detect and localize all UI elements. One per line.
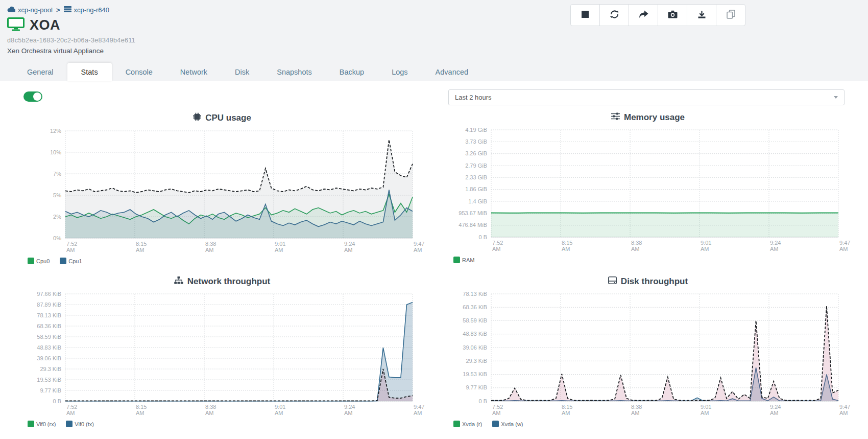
tab-logs[interactable]: Logs bbox=[378, 63, 421, 81]
network-throughput-chart: Network throughput 0 B9.77 KiB19.53 KiB2… bbox=[23, 272, 421, 428]
legend-item: Vif0 (rx) bbox=[28, 421, 56, 427]
svg-text:AM: AM bbox=[770, 410, 779, 416]
tab-network[interactable]: Network bbox=[166, 63, 221, 81]
svg-text:476.84 MiB: 476.84 MiB bbox=[459, 222, 487, 228]
svg-text:97.66 KiB: 97.66 KiB bbox=[37, 291, 61, 297]
legend-label: Xvda (w) bbox=[501, 421, 523, 427]
svg-text:7:52: 7:52 bbox=[66, 241, 77, 247]
vm-uuid: d8c5b2ea-1683-20c2-b06a-3e8349b4e611 bbox=[7, 37, 861, 44]
svg-text:AM: AM bbox=[492, 410, 501, 416]
stats-controls: Last 2 hours bbox=[23, 89, 845, 105]
svg-text:58.59 KiB: 58.59 KiB bbox=[463, 317, 487, 324]
svg-text:AM: AM bbox=[205, 247, 214, 253]
svg-text:AM: AM bbox=[492, 246, 501, 252]
toggle-knob bbox=[33, 93, 41, 101]
svg-text:68.36 KiB: 68.36 KiB bbox=[463, 304, 487, 310]
svg-text:AM: AM bbox=[770, 246, 779, 252]
svg-text:3.73 GiB: 3.73 GiB bbox=[465, 138, 487, 145]
svg-text:AM: AM bbox=[701, 246, 709, 252]
time-range-select[interactable]: Last 2 hours bbox=[448, 89, 845, 105]
svg-text:8:15: 8:15 bbox=[562, 240, 572, 246]
chart-title-text: Memory usage bbox=[624, 112, 685, 123]
svg-text:8:15: 8:15 bbox=[562, 404, 572, 410]
memory-usage-chart: Memory usage 0 B476.84 MiB953.67 MiB1.4 … bbox=[449, 108, 847, 265]
svg-text:AM: AM bbox=[136, 247, 144, 253]
svg-text:78.13 KiB: 78.13 KiB bbox=[463, 291, 487, 297]
svg-text:2.79 GiB: 2.79 GiB bbox=[465, 163, 487, 169]
reboot-vm-button[interactable] bbox=[599, 4, 629, 26]
svg-text:29.3 KiB: 29.3 KiB bbox=[40, 366, 61, 372]
svg-text:AM: AM bbox=[136, 410, 144, 416]
svg-text:AM: AM bbox=[631, 246, 640, 252]
svg-text:AM: AM bbox=[839, 246, 848, 252]
vm-description[interactable]: Xen Orchestra virtual Appliance bbox=[7, 47, 861, 55]
svg-text:9:47: 9:47 bbox=[839, 240, 850, 246]
cpu-usage-chart: CPU usage 0%2%5%7%10%12%7:52AM8:15AM8:38… bbox=[23, 108, 421, 265]
stop-vm-button[interactable] bbox=[570, 4, 600, 26]
svg-text:7:52: 7:52 bbox=[492, 240, 503, 246]
breadcrumb-host-link[interactable]: xcp-ng-r640 bbox=[64, 6, 109, 14]
legend-label: Cpu1 bbox=[68, 258, 82, 264]
svg-text:AM: AM bbox=[344, 410, 353, 416]
svg-text:48.83 KiB: 48.83 KiB bbox=[463, 331, 487, 337]
svg-text:39.06 KiB: 39.06 KiB bbox=[37, 355, 61, 361]
tab-advanced[interactable]: Advanced bbox=[422, 63, 483, 81]
tab-backup[interactable]: Backup bbox=[326, 63, 378, 81]
tab-console[interactable]: Console bbox=[112, 63, 166, 81]
svg-text:9:24: 9:24 bbox=[770, 240, 781, 246]
legend-label: Xvda (r) bbox=[462, 421, 482, 427]
vm-toolbar bbox=[570, 4, 745, 26]
svg-text:0 B: 0 B bbox=[478, 398, 487, 404]
svg-text:3.26 GiB: 3.26 GiB bbox=[465, 150, 487, 156]
chevron-down-icon bbox=[834, 96, 838, 99]
server-icon bbox=[64, 6, 71, 14]
svg-text:AM: AM bbox=[66, 410, 75, 416]
cpu-usage-legend: Cpu0Cpu1 bbox=[28, 258, 421, 264]
svg-text:58.59 KiB: 58.59 KiB bbox=[37, 334, 61, 340]
svg-text:7:52: 7:52 bbox=[66, 404, 77, 410]
svg-text:8:15: 8:15 bbox=[136, 241, 147, 247]
svg-text:1.86 GiB: 1.86 GiB bbox=[465, 186, 487, 192]
time-range-value: Last 2 hours bbox=[455, 94, 492, 101]
breadcrumb-pool-link[interactable]: xcp-ng-pool bbox=[7, 6, 53, 14]
legend-swatch bbox=[66, 421, 73, 427]
tab-stats[interactable]: Stats bbox=[67, 63, 112, 81]
legend-item: Xvda (w) bbox=[492, 421, 523, 427]
svg-text:9:47: 9:47 bbox=[414, 241, 424, 247]
svg-text:0%: 0% bbox=[53, 235, 61, 241]
monitor-icon bbox=[7, 17, 25, 33]
legend-swatch bbox=[28, 258, 34, 264]
vm-title: XOA bbox=[30, 17, 60, 33]
cpu-usage-plot: 0%2%5%7%10%12%7:52AM8:15AM8:38AM9:01AM9:… bbox=[23, 126, 421, 258]
legend-item: Cpu1 bbox=[60, 258, 82, 264]
svg-text:5%: 5% bbox=[53, 192, 61, 198]
svg-text:87.89 KiB: 87.89 KiB bbox=[37, 302, 61, 308]
memory-usage-plot: 0 B476.84 MiB953.67 MiB1.4 GiB1.86 GiB2.… bbox=[449, 125, 847, 257]
svg-text:2%: 2% bbox=[53, 214, 61, 220]
stop-icon bbox=[581, 10, 589, 20]
svg-text:7%: 7% bbox=[53, 171, 61, 177]
tab-general[interactable]: General bbox=[13, 63, 67, 81]
charts-grid: CPU usage 0%2%5%7%10%12%7:52AM8:15AM8:38… bbox=[23, 108, 845, 428]
svg-text:8:38: 8:38 bbox=[631, 240, 642, 246]
legend-label: Vif0 (rx) bbox=[36, 421, 56, 427]
legend-item: Vif0 (tx) bbox=[66, 421, 94, 427]
copy-vm-button[interactable] bbox=[716, 4, 745, 26]
svg-text:AM: AM bbox=[839, 410, 848, 416]
refresh-icon bbox=[610, 10, 619, 20]
tab-snapshots[interactable]: Snapshots bbox=[263, 63, 326, 81]
tab-disk[interactable]: Disk bbox=[221, 63, 263, 81]
snapshot-vm-button[interactable] bbox=[658, 4, 687, 26]
legend-swatch bbox=[492, 421, 499, 427]
migrate-vm-button[interactable] bbox=[629, 4, 658, 26]
svg-text:9:01: 9:01 bbox=[275, 404, 285, 410]
legend-item: Xvda (r) bbox=[453, 421, 482, 427]
share-arrow-icon bbox=[639, 10, 648, 20]
export-vm-button[interactable] bbox=[687, 4, 716, 26]
download-icon bbox=[697, 10, 706, 20]
legend-swatch bbox=[60, 258, 66, 264]
svg-text:10%: 10% bbox=[50, 149, 61, 155]
svg-text:1.4 GiB: 1.4 GiB bbox=[468, 198, 487, 204]
stats-toggle[interactable] bbox=[23, 91, 42, 102]
legend-swatch bbox=[28, 421, 34, 427]
